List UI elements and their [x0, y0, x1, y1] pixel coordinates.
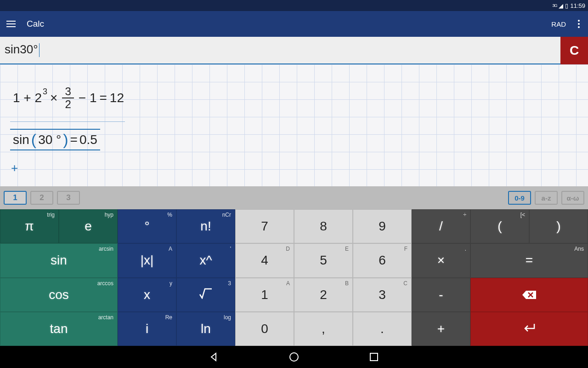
- key-√[interactable]: 3: [176, 278, 235, 312]
- key-6[interactable]: F6: [353, 243, 412, 277]
- back-icon[interactable]: [209, 351, 220, 362]
- paren-open-icon: (: [31, 131, 36, 149]
- key-=[interactable]: Ans=: [470, 243, 588, 277]
- fraction: 3 2: [62, 86, 74, 111]
- keyboard-mode-alpha[interactable]: a-z: [535, 191, 558, 205]
- key-4[interactable]: D4: [235, 243, 294, 277]
- key-+[interactable]: +: [412, 312, 470, 346]
- svg-point-0: [290, 353, 298, 361]
- key-5[interactable]: E5: [294, 243, 353, 277]
- svg-rect-1: [370, 353, 378, 361]
- overflow-menu-icon[interactable]: [574, 17, 583, 31]
- keyboard-mode-greek[interactable]: α-ω: [561, 191, 584, 205]
- page-tab-2[interactable]: 2: [30, 191, 53, 205]
- key-×[interactable]: .×: [412, 243, 470, 277]
- menu-icon[interactable]: [5, 17, 18, 31]
- network-indicator: 3G: [552, 3, 557, 8]
- battery-icon: ▯: [565, 2, 568, 9]
- clear-button[interactable]: C: [560, 37, 588, 64]
- input-row: sin30° C: [0, 37, 588, 64]
- key-([interactable]: [<(: [470, 209, 529, 243]
- key-°[interactable]: %°: [118, 209, 176, 243]
- signal-icon: ◢: [559, 2, 563, 9]
- key-)[interactable]: ): [529, 209, 588, 243]
- worksheet[interactable]: 1 + 2 3 × 3 2 − 1 = 12 sin ( 30 ° ) = 0.…: [0, 64, 588, 186]
- page-tab-1[interactable]: 1: [4, 191, 27, 205]
- keypad: trigπhype%°nCrn!789÷/[<()arcsinsinA|x|'x…: [0, 209, 588, 346]
- key-⌫[interactable]: [470, 278, 588, 312]
- key-e[interactable]: hype: [59, 209, 118, 243]
- expression-row-2[interactable]: sin ( 30 ° ) = 0.5: [10, 129, 100, 150]
- key-2[interactable]: B2: [294, 278, 353, 312]
- key-↵[interactable]: [470, 312, 588, 346]
- expression-row-1[interactable]: 1 + 2 3 × 3 2 − 1 = 12: [13, 86, 124, 111]
- clock: 11:59: [570, 2, 585, 9]
- key-n![interactable]: nCrn!: [176, 209, 235, 243]
- paren-close-icon: ): [63, 131, 68, 149]
- key-x[interactable]: yx: [118, 278, 176, 312]
- android-nav-bar: [0, 346, 588, 368]
- tab-strip: 1 2 3 0-9 a-z α-ω: [0, 186, 588, 209]
- key-i[interactable]: Rei: [118, 312, 176, 346]
- key-3[interactable]: C3: [353, 278, 412, 312]
- add-expression-button[interactable]: +: [11, 161, 18, 175]
- key-1[interactable]: A1: [235, 278, 294, 312]
- key-cos[interactable]: arccoscos: [0, 278, 118, 312]
- key-ln[interactable]: logln: [176, 312, 235, 346]
- angle-mode-toggle[interactable]: RAD: [551, 20, 566, 28]
- key-8[interactable]: 8: [294, 209, 353, 243]
- key-x^[interactable]: 'x^: [176, 243, 235, 277]
- key--[interactable]: -: [412, 278, 470, 312]
- key-sin[interactable]: arcsinsin: [0, 243, 118, 277]
- app-toolbar: Calc RAD: [0, 11, 588, 37]
- recents-icon[interactable]: [368, 351, 379, 362]
- key-π[interactable]: trigπ: [0, 209, 59, 243]
- key-9[interactable]: 9: [353, 209, 412, 243]
- key-|x|[interactable]: A|x|: [118, 243, 176, 277]
- home-icon[interactable]: [288, 351, 300, 362]
- android-status-bar: 3G ◢ ▯ 11:59: [0, 0, 588, 11]
- page-tab-3[interactable]: 3: [57, 191, 80, 205]
- key-/[interactable]: ÷/: [412, 209, 470, 243]
- key-.[interactable]: .: [353, 312, 412, 346]
- expression-input[interactable]: sin30°: [0, 37, 560, 64]
- key-tan[interactable]: arctantan: [0, 312, 118, 346]
- keyboard-mode-numeric[interactable]: 0-9: [508, 191, 531, 205]
- expression-input-value: sin30°: [5, 42, 38, 56]
- app-title: Calc: [27, 19, 44, 29]
- key-7[interactable]: 7: [235, 209, 294, 243]
- key-0[interactable]: 0: [235, 312, 294, 346]
- key-,[interactable]: ,: [294, 312, 353, 346]
